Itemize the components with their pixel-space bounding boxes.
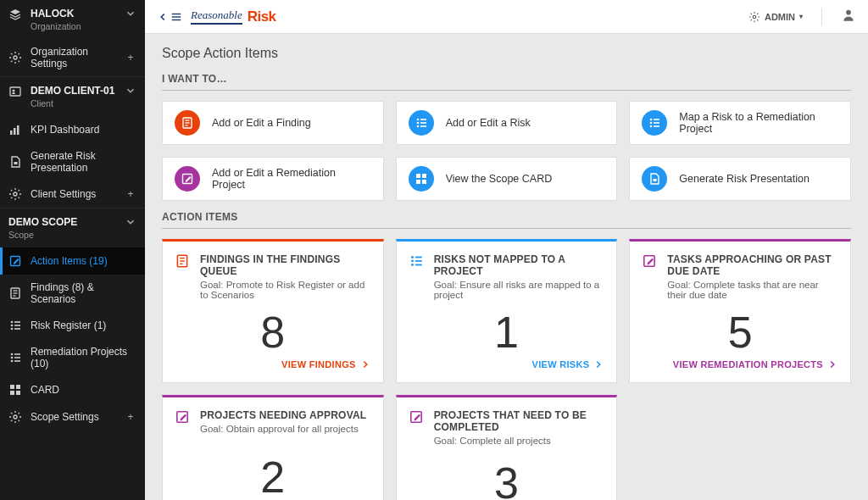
card-goal: Goal: Obtain approval for all projects	[200, 424, 371, 434]
org-name: HALOCK	[31, 8, 116, 19]
id-card-icon	[8, 85, 22, 98]
edit-icon	[175, 166, 200, 192]
quick-label: Map a Risk to a Remediation Project	[679, 111, 838, 135]
chevron-down-icon	[125, 216, 136, 231]
sidebar-item-label: Findings (8) & Scenarios	[31, 281, 136, 305]
org-settings-label: Organization Settings	[31, 46, 116, 69]
sidebar-item-label: Scope Settings	[31, 411, 116, 423]
sidebar-item-label: Risk Register (1)	[31, 319, 136, 331]
plus-icon: +	[125, 188, 136, 200]
action-items-grid: FINDINGS IN THE FINDINGS QUEUEGoal: Prom…	[162, 239, 851, 500]
card-goal: Goal: Complete all projects	[434, 436, 605, 446]
grid-icon	[8, 383, 22, 397]
sidebar-org-header[interactable]: HALOCK Organization	[0, 0, 145, 39]
card-count: 8	[175, 305, 371, 358]
card-link[interactable]: VIEW RISKS	[409, 358, 605, 370]
list-icon	[642, 110, 667, 136]
sidebar-item-generate-presentation[interactable]: Generate Risk Presentation	[0, 143, 145, 181]
main: Reasonable Risk ADMIN ▾ Scope Action Ite…	[145, 0, 868, 500]
card-link[interactable]: VIEW FINDINGS	[175, 358, 371, 370]
grid-icon	[409, 166, 434, 192]
edit-icon	[175, 409, 190, 425]
menu-icon	[170, 11, 182, 23]
scope-name: DEMO SCOPE	[8, 216, 125, 228]
doc-icon	[175, 253, 190, 269]
sidebar-client-header[interactable]: DEMO CLIENT-01 Client	[0, 77, 145, 116]
quick-action-card[interactable]: Map a Risk to a Remediation Project	[629, 101, 851, 145]
card-count: 2	[175, 439, 371, 500]
i-want-to-label: I WANT TO…	[162, 73, 851, 85]
gear-icon	[748, 11, 760, 23]
action-item-card: RISKS NOT MAPPED TO A PROJECTGoal: Ensur…	[396, 239, 618, 383]
quick-label: Generate Risk Presentation	[679, 173, 810, 185]
logo-word1: Reasonable	[191, 8, 242, 25]
card-link[interactable]: VIEW REMEDIATION PROJECTS	[642, 358, 838, 370]
quick-action-card[interactable]: Add or Edit a Finding	[162, 101, 384, 145]
gear-icon	[8, 51, 22, 64]
quick-label: Add or Edit a Finding	[212, 117, 311, 129]
chevron-right-icon	[359, 358, 371, 370]
edit-icon	[642, 253, 657, 269]
sidebar: HALOCK Organization Organization Setting…	[0, 0, 145, 500]
sidebar-item-card[interactable]: CARD	[0, 376, 145, 403]
list-icon	[8, 319, 22, 332]
sidebar-org-settings[interactable]: Organization Settings +	[0, 39, 145, 76]
action-item-card: FINDINGS IN THE FINDINGS QUEUEGoal: Prom…	[162, 239, 384, 383]
quick-action-card[interactable]: View the Scope CARD	[396, 157, 618, 201]
sidebar-item-label: KPI Dashboard	[31, 124, 136, 136]
card-title: RISKS NOT MAPPED TO A PROJECT	[434, 253, 605, 277]
plus-icon: +	[125, 411, 136, 423]
quick-actions-grid: Add or Edit a FindingAdd or Edit a RiskM…	[162, 101, 851, 201]
quick-action-card[interactable]: Add or Edit a Risk	[396, 101, 618, 145]
sidebar-item-findings[interactable]: Findings (8) & Scenarios	[0, 275, 145, 312]
collapse-sidebar-button[interactable]	[157, 11, 182, 23]
plus-icon: +	[125, 52, 136, 64]
client-sub: Client	[31, 98, 116, 108]
user-icon	[841, 8, 856, 23]
sidebar-item-risk-register[interactable]: Risk Register (1)	[0, 312, 145, 339]
logo-word2: Risk	[248, 8, 276, 25]
gear-icon	[8, 187, 22, 201]
action-items-label: ACTION ITEMS	[162, 211, 851, 223]
edit-icon	[409, 409, 424, 425]
sidebar-item-label: CARD	[31, 384, 136, 396]
card-title: PROJECTS NEEDING APPROVAL	[200, 409, 371, 421]
sidebar-item-label: Remediation Projects (10)	[31, 346, 136, 369]
admin-menu[interactable]: ADMIN ▾	[748, 11, 803, 23]
admin-label: ADMIN	[765, 12, 795, 22]
scope-sub: Scope	[8, 230, 125, 240]
sidebar-item-kpi[interactable]: KPI Dashboard	[0, 116, 145, 143]
sidebar-scope-header[interactable]: DEMO SCOPE Scope	[0, 208, 145, 247]
card-title: FINDINGS IN THE FINDINGS QUEUE	[200, 253, 371, 277]
list-icon	[8, 351, 22, 364]
card-count: 3	[409, 451, 605, 500]
user-menu[interactable]	[841, 8, 856, 25]
sidebar-item-remediation[interactable]: Remediation Projects (10)	[0, 339, 145, 376]
list-icon	[409, 110, 434, 136]
sidebar-item-action-items[interactable]: Action Items (19)	[0, 247, 145, 275]
card-count: 5	[642, 305, 838, 358]
gear-icon	[8, 410, 22, 424]
edit-icon	[8, 254, 22, 268]
action-item-card: PROJECTS THAT NEED TO BE COMPLETEDGoal: …	[396, 395, 618, 500]
sidebar-item-label: Client Settings	[31, 188, 116, 200]
section-hr	[162, 90, 851, 91]
quick-action-card[interactable]: Generate Risk Presentation	[629, 157, 851, 201]
client-name: DEMO CLIENT-01	[31, 85, 116, 97]
card-title: TASKS APPROACHING OR PAST DUE DATE	[667, 253, 838, 277]
quick-action-card[interactable]: Add or Edit a Remediation Project	[162, 157, 384, 201]
sidebar-item-scope-settings[interactable]: Scope Settings +	[0, 403, 145, 431]
list-icon	[409, 253, 424, 269]
chevron-right-icon	[826, 358, 838, 370]
sidebar-item-label: Generate Risk Presentation	[31, 150, 136, 174]
action-item-card: PROJECTS NEEDING APPROVALGoal: Obtain ap…	[162, 395, 384, 500]
chevron-down-icon	[125, 8, 136, 22]
sidebar-item-label: Action Items (19)	[31, 255, 136, 267]
app-logo[interactable]: Reasonable Risk	[191, 8, 276, 25]
divider	[821, 8, 822, 25]
chevron-down-icon	[125, 85, 136, 99]
card-goal: Goal: Ensure all risks are mapped to a p…	[434, 280, 605, 300]
card-goal: Goal: Complete tasks that are near their…	[667, 280, 838, 300]
sidebar-item-client-settings[interactable]: Client Settings +	[0, 181, 145, 208]
doc-icon	[175, 110, 200, 136]
